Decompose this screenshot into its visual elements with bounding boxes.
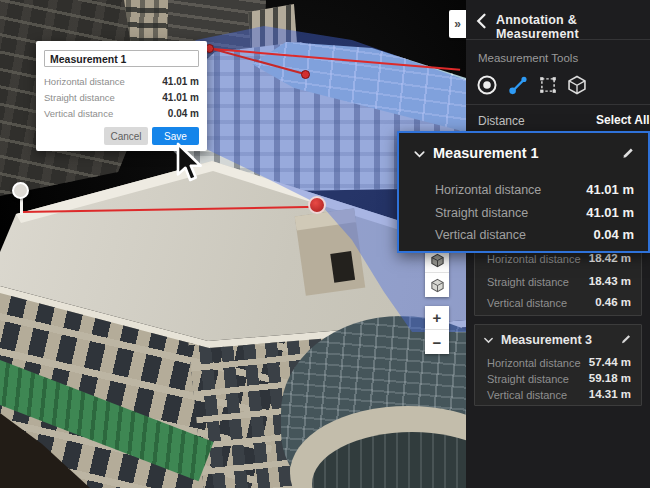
measurement-pin-start[interactable] — [12, 182, 29, 199]
zoom-in-label: + — [433, 310, 442, 325]
area-tool-button[interactable] — [537, 74, 559, 96]
distance-tool-button[interactable] — [507, 74, 529, 96]
cube-solid-icon — [430, 253, 445, 268]
view-cube-outline-button[interactable] — [425, 273, 449, 297]
row-label: Vertical distance — [487, 389, 567, 401]
measurement-pin-stem — [20, 198, 23, 215]
row-value: 14.31 m — [589, 388, 631, 400]
cancel-button[interactable]: Cancel — [104, 127, 148, 145]
view-mode-toolbar — [425, 249, 449, 297]
row-value: 0.04 m — [594, 227, 634, 242]
row-value: 0.46 m — [595, 296, 631, 308]
select-all-button[interactable]: Select All — [596, 113, 650, 127]
row-label: Straight distance — [487, 276, 569, 288]
row-label: Straight distance — [435, 206, 528, 220]
roof-structure-door — [330, 251, 355, 283]
double-chevron-right-icon: » — [454, 17, 461, 31]
zoom-in-button[interactable]: + — [425, 306, 449, 330]
corner-handle — [553, 77, 556, 80]
back-chevron-icon[interactable] — [472, 11, 492, 31]
row-value: 41.01 m — [586, 182, 634, 197]
row-value: 0.04 m — [168, 108, 199, 119]
corner-handle — [553, 90, 556, 93]
measurement-tools-label: Measurement Tools — [478, 52, 578, 64]
row-label: Vertical distance — [435, 228, 526, 242]
row-value: 41.01 m — [162, 92, 199, 103]
row-value: 18.43 m — [589, 275, 631, 287]
mouse-cursor — [176, 142, 204, 184]
row-value: 41.01 m — [162, 76, 199, 87]
chevron-down-icon[interactable] — [412, 147, 427, 162]
edit-pencil-icon[interactable] — [620, 333, 632, 345]
row-label: Horizontal distance — [487, 253, 581, 265]
circle-dot-icon-center — [483, 81, 491, 89]
row-label: Straight distance — [44, 92, 115, 103]
zoom-toolbar: + − — [425, 306, 449, 354]
card-title: Measurement 3 — [501, 333, 592, 347]
panel-header: Annotation & Measurement — [466, 0, 650, 40]
chevron-down-icon[interactable] — [482, 334, 495, 347]
edit-pencil-icon[interactable] — [621, 146, 635, 160]
zoom-out-label: − — [433, 335, 442, 350]
row-label: Horizontal distance — [487, 357, 581, 369]
row-label: Vertical distance — [44, 108, 113, 119]
app-window: + − » Horizontal distance 41.01 m Straig… — [0, 0, 650, 488]
corner-handle — [540, 77, 543, 80]
row-value: 59.18 m — [589, 372, 631, 384]
measurement-name-input[interactable] — [44, 50, 199, 67]
distance-section-label: Distance — [478, 114, 525, 128]
measurement-point-b[interactable] — [301, 70, 310, 79]
divider — [466, 104, 650, 105]
corner-handle — [540, 90, 543, 93]
measurement-card-3[interactable]: Measurement 3 Horizontal distance 57.44 … — [474, 324, 642, 406]
panel-title: Annotation & Measurement — [496, 13, 650, 41]
panel-collapse-button[interactable]: » — [449, 10, 466, 38]
zoom-out-button[interactable]: − — [425, 330, 449, 354]
row-label: Straight distance — [487, 373, 569, 385]
row-label: Vertical distance — [487, 297, 567, 309]
row-label: Horizontal distance — [44, 76, 125, 87]
cube-icon-edges — [569, 81, 585, 94]
row-label: Horizontal distance — [435, 183, 541, 197]
point-tool-button[interactable] — [476, 74, 498, 96]
dialog-row-vertical: Vertical distance 0.04 m — [44, 106, 199, 122]
measurement-card-1-expanded[interactable]: Measurement 1 Horizontal distance 41.01 … — [397, 131, 650, 253]
measurement-save-dialog: Horizontal distance 41.01 m Straight dis… — [36, 41, 207, 151]
dashed-square-icon — [542, 79, 554, 91]
line-endpoint-dot — [509, 88, 516, 95]
volume-tool-button[interactable] — [566, 74, 588, 96]
row-value: 18.42 m — [589, 252, 631, 264]
row-value: 41.01 m — [586, 205, 634, 220]
dialog-row-straight: Straight distance 41.01 m — [44, 90, 199, 106]
measurement-point-end[interactable] — [308, 196, 326, 214]
dialog-row-horizontal: Horizontal distance 41.01 m — [44, 74, 199, 90]
row-value: 57.44 m — [589, 356, 631, 368]
line-endpoint-dot — [521, 77, 526, 82]
cube-outline-icon — [430, 278, 445, 293]
card-title: Measurement 1 — [433, 145, 539, 161]
